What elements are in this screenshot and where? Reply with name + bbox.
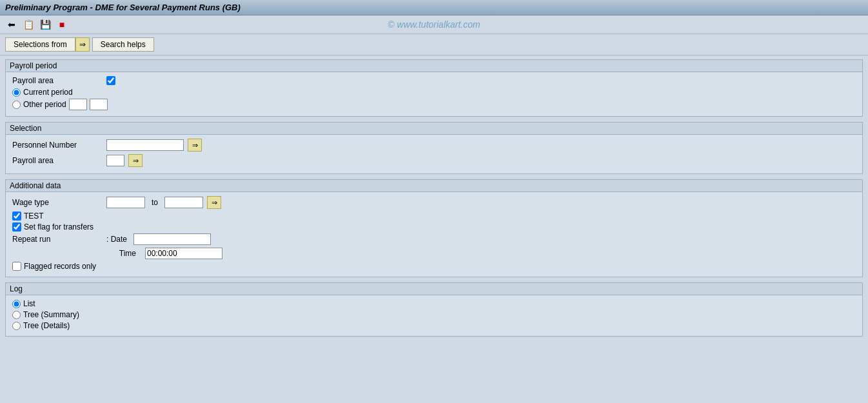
selection-payroll-area-arrow-button[interactable]: ⇒ (128, 154, 143, 167)
date-label: : Date (106, 235, 127, 244)
payroll-area-row: Payroll area (12, 76, 856, 85)
other-period-field2[interactable] (90, 99, 108, 110)
buttons-bar: Selections from ⇒ Search helps (0, 34, 868, 55)
personnel-number-arrow-button[interactable]: ⇒ (188, 139, 202, 152)
log-section: Log List Tree (Summary) Tree (Details) (5, 282, 863, 337)
repeat-run-date-input[interactable] (133, 233, 211, 245)
log-tree-summary-label: Tree (Summary) (23, 310, 79, 319)
other-period-radio[interactable] (12, 101, 21, 109)
log-tree-summary-radio[interactable] (12, 311, 21, 319)
time-label: Time (12, 249, 141, 258)
log-tree-summary-row: Tree (Summary) (12, 310, 856, 319)
save-icon[interactable]: 💾 (39, 18, 52, 31)
current-period-label: Current period (23, 88, 73, 97)
log-body: List Tree (Summary) Tree (Details) (6, 295, 862, 336)
flagged-records-label: Flagged records only (24, 262, 96, 271)
other-period-field1[interactable] (69, 99, 87, 110)
title-bar: Preliminary Program - DME for Several Pa… (0, 0, 868, 15)
personnel-number-input[interactable] (106, 139, 184, 151)
set-flag-label: Set flag for transfers (24, 222, 94, 231)
flagged-records-row: Flagged records only (12, 262, 856, 271)
other-period-row: Other period (12, 99, 856, 110)
test-label: TEST (24, 211, 44, 221)
selections-from-button[interactable]: Selections from (5, 37, 75, 52)
time-row: Time (12, 248, 856, 259)
selection-payroll-area-input[interactable] (106, 155, 124, 166)
back-icon[interactable]: ⬅ (5, 18, 18, 31)
watermark: © www.tutorialkart.com (388, 19, 480, 30)
payroll-period-body: Payroll area Current period Other period (6, 72, 862, 116)
other-period-label: Other period (23, 100, 66, 109)
flagged-records-checkbox[interactable] (12, 262, 21, 271)
payroll-area-label: Payroll area (12, 76, 103, 85)
wage-type-label: Wage type (12, 198, 103, 207)
payroll-period-section: Payroll period Payroll area Current peri… (5, 59, 863, 117)
additional-data-section: Additional data Wage type to ⇒ TEST Set … (5, 179, 863, 277)
copy-icon[interactable]: 📋 (22, 18, 35, 31)
payroll-period-header: Payroll period (6, 60, 862, 72)
main-content: Payroll period Payroll area Current peri… (0, 55, 868, 346)
log-tree-details-radio[interactable] (12, 322, 21, 330)
personnel-number-label: Personnel Number (12, 141, 103, 150)
repeat-run-label: Repeat run (12, 235, 103, 244)
selection-header: Selection (6, 123, 862, 135)
title-text: Preliminary Program - DME for Several Pa… (5, 3, 241, 12)
execute-icon[interactable]: ■ (55, 18, 68, 31)
log-tree-details-label: Tree (Details) (23, 321, 70, 330)
set-flag-row: Set flag for transfers (12, 222, 856, 231)
personnel-number-row: Personnel Number ⇒ (12, 139, 856, 152)
log-list-radio[interactable] (12, 300, 21, 308)
log-list-row: List (12, 299, 856, 308)
selection-payroll-area-row: Payroll area ⇒ (12, 154, 856, 167)
payroll-area-checkbox[interactable] (106, 76, 115, 85)
wage-type-row: Wage type to ⇒ (12, 196, 856, 209)
test-checkbox[interactable] (12, 211, 21, 221)
arrow-between-buttons-icon: ⇒ (75, 37, 90, 52)
test-row: TEST (12, 211, 856, 221)
current-period-radio[interactable] (12, 88, 21, 97)
additional-data-body: Wage type to ⇒ TEST Set flag for transfe… (6, 192, 862, 277)
selection-body: Personnel Number ⇒ Payroll area ⇒ (6, 135, 862, 173)
log-tree-details-row: Tree (Details) (12, 321, 856, 330)
to-label: to (152, 198, 158, 207)
additional-data-header: Additional data (6, 180, 862, 192)
current-period-row: Current period (12, 88, 856, 97)
time-input[interactable] (145, 248, 222, 259)
set-flag-checkbox[interactable] (12, 222, 21, 231)
wage-type-from-input[interactable] (106, 197, 145, 208)
search-helps-button[interactable]: Search helps (92, 37, 154, 52)
selection-payroll-area-label: Payroll area (12, 156, 103, 165)
wage-type-arrow-button[interactable]: ⇒ (207, 196, 221, 209)
log-header: Log (6, 283, 862, 295)
wage-type-to-input[interactable] (164, 197, 203, 208)
repeat-run-row: Repeat run : Date (12, 233, 856, 245)
log-list-label: List (23, 299, 35, 308)
toolbar: ⬅ 📋 💾 ■ © www.tutorialkart.com (0, 15, 868, 34)
selection-section: Selection Personnel Number ⇒ Payroll are… (5, 122, 863, 174)
